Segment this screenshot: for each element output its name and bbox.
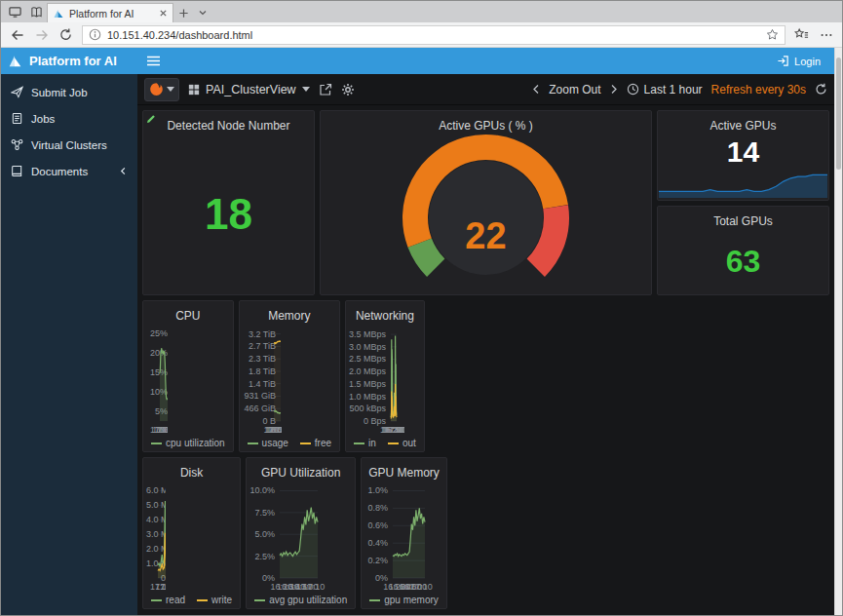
panel-title[interactable]: Memory: [268, 309, 310, 323]
panel-title[interactable]: Detected Node Number: [167, 119, 289, 133]
panel-title[interactable]: Networking: [356, 309, 414, 323]
refresh-icon[interactable]: [815, 83, 827, 96]
panel-networking: Networking 3.5 MBps3.0 MBps2.5 MBps2.0 M…: [345, 300, 425, 452]
legend: readwrite: [143, 594, 240, 608]
address-bar: 10.151.40.234/dashboard.html: [1, 22, 842, 48]
browser-window: Platform for AI 10.151.40.234/dashboard.…: [0, 0, 843, 616]
window-icon[interactable]: [4, 2, 25, 21]
sidebar-item-label: Submit Job: [31, 87, 88, 98]
panel-title[interactable]: Total GPUs: [713, 214, 773, 228]
app-logo-icon: [7, 53, 23, 69]
legend-item[interactable]: out: [388, 438, 416, 448]
forward-icon[interactable]: [29, 24, 54, 46]
svg-text:17:10: 17:10: [410, 582, 433, 592]
gpu-memory-chart[interactable]: 1.0%0.8%0.6%0.4%0.2%0%16:2016:3016:4016:…: [362, 481, 446, 594]
clipboard-icon: [11, 112, 23, 125]
hub-icon[interactable]: [789, 24, 814, 46]
settings-gear-icon[interactable]: [341, 83, 355, 96]
legend: inout: [346, 437, 424, 451]
new-tab-icon[interactable]: [173, 3, 193, 22]
svg-text:1.4 TiB: 1.4 TiB: [249, 379, 276, 389]
panel-cpu: CPU 25%20%15%10%5%16:2016:3016:4016:5017…: [142, 300, 234, 452]
url-text: 10.151.40.234/dashboard.html: [107, 29, 760, 41]
time-range-button[interactable]: Last 1 hour: [627, 83, 703, 96]
legend-item[interactable]: cpu utilization: [151, 438, 225, 448]
info-icon[interactable]: [89, 28, 101, 41]
sidebar-item-virtual-clusters[interactable]: Virtual Clusters: [1, 132, 137, 158]
panel-title[interactable]: GPU Utilization: [261, 466, 340, 480]
dashboard-name: PAI_ClusterView: [206, 83, 296, 96]
tab-list-chevron-icon[interactable]: [193, 3, 212, 22]
tab-close-icon[interactable]: [159, 9, 168, 18]
time-back-icon[interactable]: [532, 84, 540, 95]
app-header: Platform for AI Login: [1, 48, 842, 74]
panel-memory: Memory 3.2 TiB2.7 TiB2.3 TiB1.8 TiB1.4 T…: [239, 300, 340, 452]
legend-item[interactable]: free: [300, 438, 331, 448]
scrollbar-thumb[interactable]: [836, 58, 841, 170]
panel-title[interactable]: CPU: [175, 309, 200, 323]
app-title: Platform for AI: [29, 54, 117, 68]
svg-text:4.0 MBps: 4.0 MBps: [146, 515, 166, 524]
dashboard: Detected Node Number 18 Active GPUs ( % …: [137, 105, 834, 615]
sidebar-item-submit-job[interactable]: Submit Job: [1, 79, 137, 105]
zoom-out-button[interactable]: Zoom Out: [549, 83, 600, 96]
legend-item[interactable]: avg gpu utilization: [254, 595, 347, 605]
login-button[interactable]: Login: [777, 55, 821, 67]
legend-item[interactable]: usage: [248, 438, 288, 448]
send-icon: [11, 86, 23, 98]
panel-active-gpus-percent: Active GPUs ( % ) 22: [320, 110, 652, 295]
disk-chart[interactable]: 6.0 MBps5.0 MBps4.0 MBps3.0 MBps2.0 MBps…: [143, 481, 240, 594]
login-label: Login: [794, 56, 821, 67]
svg-text:3.0 MBps: 3.0 MBps: [146, 529, 166, 539]
svg-text:2.3 TiB: 2.3 TiB: [249, 354, 276, 364]
svg-text:500 kBps: 500 kBps: [350, 404, 387, 413]
svg-text:17:10: 17:10: [303, 582, 326, 592]
grafana-menu-button[interactable]: [144, 78, 179, 101]
panel-title[interactable]: Disk: [180, 466, 203, 480]
svg-text:3.0 MBps: 3.0 MBps: [349, 342, 387, 352]
favorite-star-icon[interactable]: [766, 28, 779, 41]
sidebar-item-documents[interactable]: Documents: [1, 158, 137, 184]
svg-text:2.0 MBps: 2.0 MBps: [146, 544, 166, 554]
panel-gpu-utilization: GPU Utilization 10.0%7.5%5.0%2.5%0%16:20…: [246, 457, 356, 609]
panel-title[interactable]: GPU Memory: [368, 466, 440, 480]
sidebar-item-jobs[interactable]: Jobs: [1, 105, 137, 132]
legend: gpu memory: [362, 594, 446, 608]
gpu-utilization-chart[interactable]: 10.0%7.5%5.0%2.5%0%16:2016:3016:4016:501…: [247, 481, 355, 594]
refresh-interval-button[interactable]: Refresh every 30s: [711, 83, 806, 96]
stat-value: 63: [658, 229, 828, 295]
panel-title[interactable]: Active GPUs ( % ): [439, 119, 533, 133]
memory-chart[interactable]: 3.2 TiB2.7 TiB2.3 TiB1.8 TiB1.4 TiB931 G…: [240, 324, 339, 437]
reload-icon[interactable]: [54, 24, 78, 46]
svg-text:5.0%: 5.0%: [255, 529, 276, 539]
legend-item[interactable]: read: [151, 595, 185, 605]
share-icon[interactable]: [319, 83, 332, 96]
legend: cpu utilization: [143, 437, 233, 451]
browser-tab[interactable]: Platform for AI: [47, 3, 173, 22]
panel-detected-node-number: Detected Node Number 18: [142, 110, 315, 295]
panel-gpu-memory: GPU Memory 1.0%0.8%0.6%0.4%0.2%0%16:2016…: [361, 457, 447, 609]
svg-text:2.5 MBps: 2.5 MBps: [349, 354, 387, 364]
book-icon[interactable]: [25, 2, 47, 21]
address-field[interactable]: 10.151.40.234/dashboard.html: [82, 25, 786, 45]
edit-pencil-icon[interactable]: [146, 114, 156, 124]
hamburger-menu-icon[interactable]: [146, 55, 161, 67]
more-icon[interactable]: [814, 24, 838, 46]
legend: usagefree: [240, 437, 339, 451]
sidebar-item-label: Jobs: [31, 113, 55, 125]
svg-text:1.5 MBps: 1.5 MBps: [349, 379, 387, 389]
time-forward-icon[interactable]: [610, 84, 618, 95]
dashboard-picker[interactable]: PAI_ClusterView: [188, 83, 310, 96]
legend-item[interactable]: write: [197, 595, 232, 605]
networking-chart[interactable]: 3.5 MBps3.0 MBps2.5 MBps2.0 MBps1.5 MBps…: [346, 324, 424, 437]
panel-total-gpus: Total GPUs 63: [657, 206, 829, 296]
active-gpus-gauge[interactable]: [321, 134, 651, 294]
cpu-chart[interactable]: 25%20%15%10%5%16:2016:3016:4016:5017:001…: [143, 324, 233, 437]
legend: avg gpu utilization: [247, 594, 355, 608]
scrollbar[interactable]: [834, 48, 842, 615]
back-icon[interactable]: [5, 24, 29, 46]
legend-item[interactable]: gpu memory: [369, 595, 439, 605]
legend-item[interactable]: in: [354, 438, 376, 448]
panel-title[interactable]: Active GPUs: [709, 119, 776, 133]
panel-disk: Disk 6.0 MBps5.0 MBps4.0 MBps3.0 MBps2.0…: [142, 457, 241, 609]
